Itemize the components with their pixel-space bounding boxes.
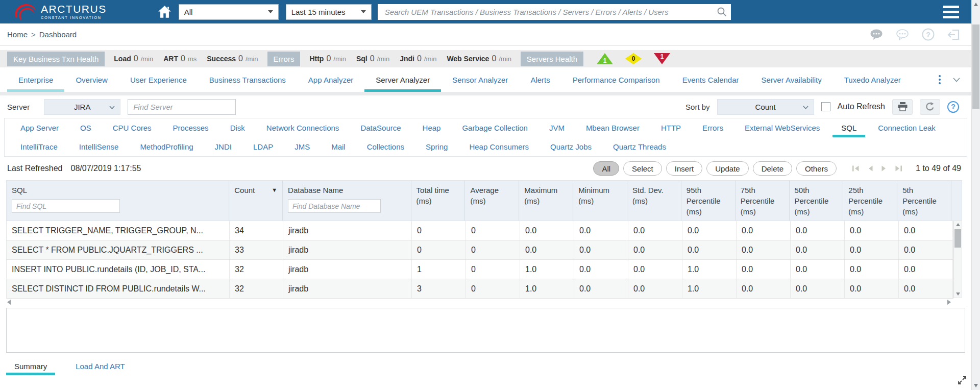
subtab-http[interactable]: HTTP	[650, 118, 692, 137]
last-page-icon[interactable]	[895, 165, 902, 172]
subtab-errors[interactable]: Errors	[692, 118, 734, 137]
tab-user-experience[interactable]: User Experience	[119, 67, 198, 92]
table-row[interactable]: SELECT DISTINCT ID FROM PUBLIC.rundetail…	[7, 279, 953, 299]
subtab-os[interactable]: OS	[69, 118, 102, 137]
subtab-app-server[interactable]: App Server	[10, 118, 69, 137]
prev-page-icon[interactable]	[867, 165, 873, 172]
subtab-jvm[interactable]: JVM	[538, 118, 575, 137]
subtab-sql[interactable]: SQL	[830, 118, 867, 137]
tab-enterprise[interactable]: Enterprise	[7, 67, 64, 92]
subtab-network-connections[interactable]: Network Connections	[256, 118, 350, 137]
filter-select[interactable]: Select	[623, 161, 662, 176]
filter-input-database-name[interactable]	[288, 199, 381, 213]
more-tabs-icon[interactable]	[937, 73, 943, 86]
column-header-75th-percentile-ms[interactable]: 75th Percentile (ms)	[736, 181, 790, 221]
tab-app-analyzer[interactable]: App Analyzer	[297, 67, 364, 92]
subtab-ldap[interactable]: LDAP	[242, 137, 284, 156]
help-circle-icon[interactable]: ?	[947, 101, 959, 113]
help-icon[interactable]: ?	[922, 28, 935, 41]
time-range-select[interactable]: Last 15 minutes	[286, 4, 372, 20]
search-icon[interactable]	[717, 7, 727, 17]
page-scrollbar[interactable]	[971, 0, 980, 390]
column-header-database-name[interactable]: Database Name	[283, 181, 411, 221]
scroll-right-icon[interactable]	[947, 300, 951, 305]
column-header-average-ms[interactable]: Average (ms)	[465, 181, 519, 221]
scope-select[interactable]: All	[179, 4, 279, 20]
auto-refresh-checkbox[interactable]	[821, 102, 830, 111]
indicator-critical[interactable]: 1	[653, 52, 671, 65]
scroll-up-icon[interactable]	[956, 223, 960, 226]
subtab-datasource[interactable]: DataSource	[350, 118, 411, 137]
bottom-tab-summary[interactable]: Summary	[6, 359, 55, 375]
tab-server-availability[interactable]: Server Availability	[750, 67, 833, 92]
page-scroll-down-icon[interactable]	[974, 384, 978, 387]
subtab-mail[interactable]: Mail	[321, 137, 356, 156]
table-row[interactable]: SELECT * FROM PUBLIC.JQUARTZ_TRIGGERS ..…	[7, 240, 953, 260]
subtab-garbage-collection[interactable]: Garbage Collection	[451, 118, 538, 137]
tab-overview[interactable]: Overview	[64, 67, 119, 92]
subtab-spring[interactable]: Spring	[415, 137, 458, 156]
tabs-chevron-icon[interactable]	[953, 78, 960, 82]
chat-icon[interactable]	[896, 29, 910, 41]
sort-by-select[interactable]: Count	[717, 99, 814, 115]
table-vertical-scrollbar[interactable]	[953, 221, 962, 298]
menu-icon[interactable]	[943, 6, 959, 18]
find-server-input[interactable]	[128, 99, 236, 115]
column-header-std-dev-ms[interactable]: Std. Dev. (ms)	[627, 181, 681, 221]
table-row[interactable]: INSERT INTO PUBLIC.rundetails (ID, JOB_I…	[7, 260, 953, 279]
page-scrollbar-thumb[interactable]	[972, 25, 979, 109]
scroll-down-icon[interactable]	[956, 292, 960, 296]
indicator-warning[interactable]: 0	[624, 52, 643, 65]
column-header-maximum-ms[interactable]: Maximum (ms)	[519, 181, 573, 221]
subtab-heap[interactable]: Heap	[412, 118, 452, 137]
subtab-jndi[interactable]: JNDI	[204, 137, 242, 156]
subtab-methodprofiling[interactable]: MethodProfiling	[129, 137, 204, 156]
column-header-sql[interactable]: SQL	[7, 181, 229, 221]
table-scrollbar-thumb[interactable]	[954, 229, 961, 248]
next-page-icon[interactable]	[881, 165, 887, 172]
tab-events-calendar[interactable]: Events Calendar	[671, 67, 750, 92]
column-header-50th-percentile-ms[interactable]: 50th Percentile (ms)	[790, 181, 844, 221]
subtab-jms[interactable]: JMS	[284, 137, 321, 156]
tab-server-analyzer[interactable]: Server Analyzer	[364, 67, 441, 92]
subtab-quartz-jobs[interactable]: Quartz Jobs	[540, 137, 602, 156]
subtab-connection-leak[interactable]: Connection Leak	[867, 118, 946, 137]
column-header-95th-percentile-ms[interactable]: 95th Percentile (ms)	[681, 181, 736, 221]
column-header-count[interactable]: Count▼	[229, 181, 283, 221]
bottom-tab-load-and-art[interactable]: Load And ART	[67, 359, 133, 375]
tab-performance-comparison[interactable]: Performance Comparison	[561, 67, 671, 92]
global-search-input[interactable]	[384, 7, 717, 17]
column-header-25th-percentile-ms[interactable]: 25th Percentile (ms)	[843, 181, 897, 221]
server-select[interactable]: JIRA	[44, 99, 120, 115]
filter-input-sql[interactable]	[12, 199, 120, 213]
filter-others[interactable]: Others	[796, 161, 837, 176]
indicator-healthy[interactable]: 1	[596, 52, 614, 65]
subtab-processes[interactable]: Processes	[162, 118, 219, 137]
logout-icon[interactable]	[947, 29, 960, 41]
tab-alerts[interactable]: Alerts	[519, 67, 561, 92]
subtab-intellisense[interactable]: IntelliSense	[68, 137, 130, 156]
expand-icon[interactable]	[958, 376, 967, 387]
filter-all[interactable]: All	[593, 161, 619, 176]
column-header-5th-percentile-ms[interactable]: 5th Percentile (ms)	[897, 181, 951, 221]
subtab-collections[interactable]: Collections	[356, 137, 415, 156]
feedback-icon[interactable]	[870, 29, 884, 41]
refresh-button[interactable]	[920, 99, 940, 115]
subtab-quartz-threads[interactable]: Quartz Threads	[602, 137, 677, 156]
filter-insert[interactable]: Insert	[666, 161, 703, 176]
home-button[interactable]	[158, 6, 172, 18]
column-header-minimum-ms[interactable]: Minimum (ms)	[573, 181, 627, 221]
sort-desc-icon[interactable]: ▼	[272, 185, 277, 196]
tab-sensor-analyzer[interactable]: Sensor Analyzer	[441, 67, 519, 92]
filter-delete[interactable]: Delete	[753, 161, 792, 176]
print-button[interactable]	[892, 99, 913, 115]
first-page-icon[interactable]	[852, 165, 860, 172]
table-row[interactable]: SELECT TRIGGER_NAME, TRIGGER_GROUP, N...…	[7, 221, 953, 240]
subtab-external-webservices[interactable]: External WebServices	[734, 118, 830, 137]
tab-business-transactions[interactable]: Business Transactions	[198, 67, 297, 92]
scroll-left-icon[interactable]	[7, 300, 11, 305]
subtab-heap-consumers[interactable]: Heap Consumers	[458, 137, 540, 156]
table-horizontal-scrollbar[interactable]	[6, 299, 962, 305]
column-header-total-time-ms[interactable]: Total time (ms)	[411, 181, 465, 221]
subtab-mbean-browser[interactable]: Mbean Browser	[575, 118, 650, 137]
